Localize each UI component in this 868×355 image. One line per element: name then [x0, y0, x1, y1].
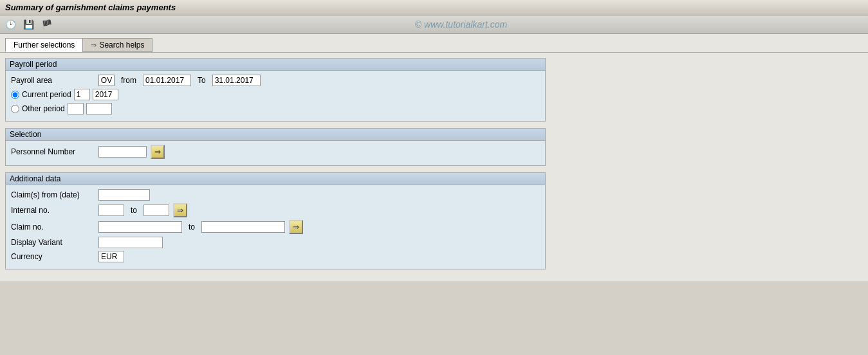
- current-period-radio[interactable]: [11, 91, 19, 99]
- claims-from-date-input[interactable]: [98, 189, 150, 201]
- other-period-row: Other period: [11, 103, 540, 114]
- payroll-area-value[interactable]: OV: [98, 75, 115, 86]
- page-title: Summary of garnishment claims payments: [5, 3, 176, 12]
- claim-no-row: Claim no. to ⇒: [11, 220, 540, 234]
- selection-section: Selection Personnel Number ⇒: [5, 128, 546, 166]
- claim-no-arrow-btn[interactable]: ⇒: [289, 220, 303, 234]
- claims-from-date-row: Claim(s) from (date): [11, 189, 540, 201]
- claims-from-date-label: Claim(s) from (date): [11, 190, 95, 199]
- payroll-area-label: Payroll area: [11, 76, 95, 85]
- tab-search-helps-label: Search helps: [99, 41, 144, 50]
- main-content: Payroll period Payroll area OV from To C…: [0, 53, 868, 281]
- selection-body: Personnel Number ⇒: [6, 141, 545, 165]
- other-period-radio[interactable]: [11, 105, 19, 113]
- selection-header: Selection: [6, 129, 545, 141]
- flag-icon[interactable]: 🏴: [40, 18, 53, 31]
- current-period-label: Current period: [22, 90, 71, 99]
- to-date-input[interactable]: [212, 75, 261, 86]
- save-icon[interactable]: 💾: [22, 18, 35, 31]
- internal-no-arrow-btn[interactable]: ⇒: [173, 203, 187, 217]
- tab-further-selections[interactable]: Further selections: [5, 38, 82, 52]
- display-variant-label: Display Variant: [11, 238, 95, 247]
- toolbar: 🕑 💾 🏴 © www.tutorialkart.com: [0, 15, 868, 34]
- personnel-number-input[interactable]: [98, 146, 147, 158]
- current-period-row: Current period: [11, 89, 540, 100]
- tab-bar: Further selections ⇒ Search helps: [0, 34, 868, 53]
- payroll-period-section: Payroll period Payroll area OV from To C…: [5, 58, 546, 122]
- display-variant-row: Display Variant: [11, 237, 540, 248]
- clock-icon[interactable]: 🕑: [4, 18, 17, 31]
- currency-row: Currency: [11, 251, 540, 262]
- personnel-number-row: Personnel Number ⇒: [11, 145, 540, 159]
- claim-no-to-label: to: [189, 223, 195, 232]
- watermark: © www.tutorialkart.com: [58, 19, 864, 30]
- current-period-year-input[interactable]: [93, 89, 118, 100]
- other-period-period-input[interactable]: [68, 103, 84, 114]
- internal-no-to-label: to: [131, 206, 137, 215]
- currency-input[interactable]: [98, 251, 124, 262]
- internal-no-input[interactable]: [98, 205, 124, 216]
- payroll-period-body: Payroll area OV from To Current period O…: [6, 71, 545, 121]
- tab-search-helps[interactable]: ⇒ Search helps: [82, 38, 152, 52]
- other-period-label: Other period: [22, 104, 65, 113]
- to-label: To: [198, 76, 206, 85]
- tab-further-selections-label: Further selections: [14, 41, 75, 50]
- claim-no-input[interactable]: [98, 221, 182, 233]
- internal-no-row: Internal no. to ⇒: [11, 203, 540, 217]
- claim-no-to-input[interactable]: [201, 221, 285, 233]
- from-label: from: [121, 76, 136, 85]
- payroll-area-row: Payroll area OV from To: [11, 75, 540, 86]
- title-bar: Summary of garnishment claims payments: [0, 0, 868, 15]
- personnel-number-arrow-btn[interactable]: ⇒: [151, 145, 165, 159]
- additional-data-header: Additional data: [6, 173, 545, 185]
- display-variant-input[interactable]: [98, 237, 163, 248]
- current-period-period-input[interactable]: [74, 89, 90, 100]
- internal-no-to-input[interactable]: [143, 205, 169, 216]
- tab-arrow-icon: ⇒: [91, 41, 97, 50]
- other-period-year-input[interactable]: [86, 103, 112, 114]
- from-date-input[interactable]: [143, 75, 191, 86]
- additional-data-body: Claim(s) from (date) Internal no. to ⇒ C…: [6, 185, 545, 269]
- payroll-period-header: Payroll period: [6, 59, 545, 71]
- claim-no-label: Claim no.: [11, 223, 95, 232]
- internal-no-label: Internal no.: [11, 206, 95, 215]
- additional-data-section: Additional data Claim(s) from (date) Int…: [5, 172, 546, 269]
- currency-label: Currency: [11, 252, 95, 261]
- personnel-number-label: Personnel Number: [11, 147, 95, 156]
